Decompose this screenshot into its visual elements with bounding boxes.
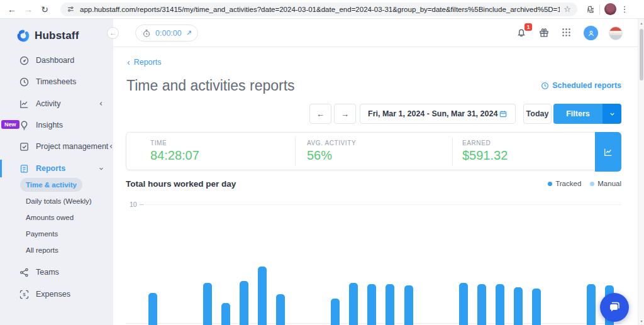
site-settings-icon[interactable] xyxy=(67,5,75,13)
address-bar[interactable]: app.hubstaff.com/reports/31415/my/time_a… xyxy=(60,3,577,16)
filters-button[interactable]: Filters xyxy=(553,104,621,124)
sidebar-item-expenses[interactable]: $ Expenses xyxy=(0,285,113,304)
bookmark-star-icon[interactable]: ☆ xyxy=(564,4,571,14)
stopwatch-icon xyxy=(142,29,151,38)
sidebar-subitem-all-reports[interactable]: All reports xyxy=(20,243,64,257)
page-scrollbar[interactable]: ▴ ▾ xyxy=(638,19,644,325)
browser-profile-avatar[interactable] xyxy=(604,3,616,15)
sidebar-item-activity[interactable]: Activity xyxy=(0,94,113,113)
browser-forward-icon[interactable]: → xyxy=(20,4,36,14)
bar-mar-6[interactable] xyxy=(240,281,248,325)
stat-label: TIME xyxy=(150,140,199,146)
bar-mar-20[interactable] xyxy=(496,284,504,325)
sidebar-item-reports[interactable]: Reports xyxy=(0,159,113,178)
teams-icon xyxy=(19,267,30,278)
reports-icon xyxy=(19,163,30,174)
sidebar-item-label: Expenses xyxy=(36,290,70,299)
browser-back-icon[interactable]: ← xyxy=(4,4,20,14)
bar-mar-13[interactable] xyxy=(367,284,376,325)
summary-card: TIME 84:28:07 AVG. ACTIVITY 56% EARNED $… xyxy=(126,132,621,170)
user-avatar[interactable] xyxy=(609,26,623,40)
page-title: Time and activities reports xyxy=(126,77,295,94)
gridline xyxy=(145,204,621,205)
stat-value: $591.32 xyxy=(462,148,508,163)
subitem-label: Amounts owed xyxy=(20,214,79,221)
next-period-button[interactable]: → xyxy=(334,104,356,124)
sidebar-item-timesheets[interactable]: Timesheets xyxy=(0,72,113,91)
sidebar-item-label: Activity xyxy=(36,99,61,108)
date-range-button[interactable]: Fri, Mar 1, 2024 - Sun, Mar 31, 2024 xyxy=(360,104,516,124)
scheduled-reports-link[interactable]: Scheduled reports xyxy=(541,81,621,90)
chevron-down-icon xyxy=(98,165,104,172)
subitem-label: Daily totals (Weekly) xyxy=(20,197,97,205)
stat-time: TIME 84:28:07 xyxy=(150,140,199,163)
bar-mar-1[interactable] xyxy=(148,293,157,325)
chart-view-button[interactable] xyxy=(595,132,621,172)
sidebar-item-dashboard[interactable]: Dashboard xyxy=(0,51,113,70)
legend-item-manual[interactable]: Manual xyxy=(590,180,621,187)
bar-mar-15[interactable] xyxy=(404,285,413,325)
stat-earned: EARNED $591.32 xyxy=(462,140,508,163)
sidebar-subitem-amounts-owed[interactable]: Amounts owed xyxy=(20,211,79,224)
stat-avg-activity: AVG. ACTIVITY 56% xyxy=(307,140,356,163)
page: ← → ↻ app.hubstaff.com/reports/31415/my/… xyxy=(0,0,644,325)
sidebar-subitem-daily-totals[interactable]: Daily totals (Weekly) xyxy=(20,194,97,208)
bar-mar-4[interactable] xyxy=(203,283,212,325)
bar-mar-18[interactable] xyxy=(459,283,468,325)
filters-label[interactable]: Filters xyxy=(553,104,602,124)
notifications-bell-icon[interactable]: 1 xyxy=(516,27,528,39)
filters-dropdown-chevron[interactable] xyxy=(602,104,621,124)
bar-mar-11[interactable] xyxy=(331,299,340,325)
scrollbar-thumb[interactable] xyxy=(640,29,643,80)
sidebar-collapse-button[interactable]: ← xyxy=(107,27,119,39)
sidebar-subitem-time-activity[interactable]: Time & activity xyxy=(20,178,82,192)
new-badge: New xyxy=(1,120,19,129)
scroll-down-icon[interactable]: ▾ xyxy=(638,319,644,323)
svg-text:$: $ xyxy=(23,292,26,297)
subitem-label: Payments xyxy=(20,230,64,238)
url-text: app.hubstaff.com/reports/31415/my/time_a… xyxy=(80,6,560,13)
hubstaff-logo[interactable]: Hubstaff xyxy=(16,29,79,43)
subitem-label: Time & activity xyxy=(20,181,82,189)
main-content: ‹ Reports Time and activities reports Sc… xyxy=(113,47,638,325)
notification-count-badge: 1 xyxy=(525,23,532,31)
sidebar: Hubstaff Dashboard Timesheets Activity I… xyxy=(0,19,113,325)
hubstaff-logo-icon xyxy=(16,29,30,43)
bar-mar-12[interactable] xyxy=(349,283,358,325)
bar-mar-8[interactable] xyxy=(276,294,285,325)
scroll-up-icon[interactable]: ▴ xyxy=(638,21,644,25)
timer-value: 0:00:00 xyxy=(155,29,182,38)
breadcrumb-label: Reports xyxy=(134,58,162,67)
legend-item-tracked[interactable]: Tracked xyxy=(548,180,581,187)
open-timer-icon[interactable]: ↗ xyxy=(186,29,192,37)
bar-mar-5[interactable] xyxy=(221,303,230,325)
sidebar-item-project-management[interactable]: Project management xyxy=(0,137,113,156)
toolbar-divider xyxy=(599,4,600,14)
sidebar-subitem-payments[interactable]: Payments xyxy=(20,227,64,241)
bar-mar-22[interactable] xyxy=(532,289,541,325)
bar-mar-14[interactable] xyxy=(386,284,394,325)
bar-mar-25[interactable] xyxy=(587,284,596,325)
gift-icon[interactable] xyxy=(538,27,550,39)
sidebar-item-teams[interactable]: Teams xyxy=(0,263,113,282)
breadcrumb[interactable]: ‹ Reports xyxy=(127,57,161,67)
sidebar-item-label: Teams xyxy=(36,268,59,277)
sidebar-item-label: Timesheets xyxy=(36,77,76,86)
timer-widget[interactable]: 0:00:00 ↗ xyxy=(135,25,198,41)
bar-mar-7[interactable] xyxy=(258,267,267,325)
today-button[interactable]: Today xyxy=(523,104,552,124)
apps-grid-icon[interactable] xyxy=(561,27,573,39)
calendar-icon xyxy=(499,109,508,118)
browser-menu-icon[interactable]: ⋮ xyxy=(616,4,633,14)
bar-mar-21[interactable] xyxy=(514,287,523,325)
prev-period-button[interactable]: ← xyxy=(309,104,331,124)
bar-mar-19[interactable] xyxy=(477,284,486,325)
account-circle-icon[interactable] xyxy=(584,26,598,40)
y-axis-tick xyxy=(140,204,144,205)
sidebar-item-label: Project management xyxy=(36,142,108,151)
browser-reload-icon[interactable]: ↻ xyxy=(36,4,53,14)
extensions-icon[interactable] xyxy=(586,5,595,14)
dashboard-icon xyxy=(19,55,30,66)
y-axis-tick-label: 10 xyxy=(130,201,137,208)
chat-widget-button[interactable] xyxy=(600,293,629,322)
